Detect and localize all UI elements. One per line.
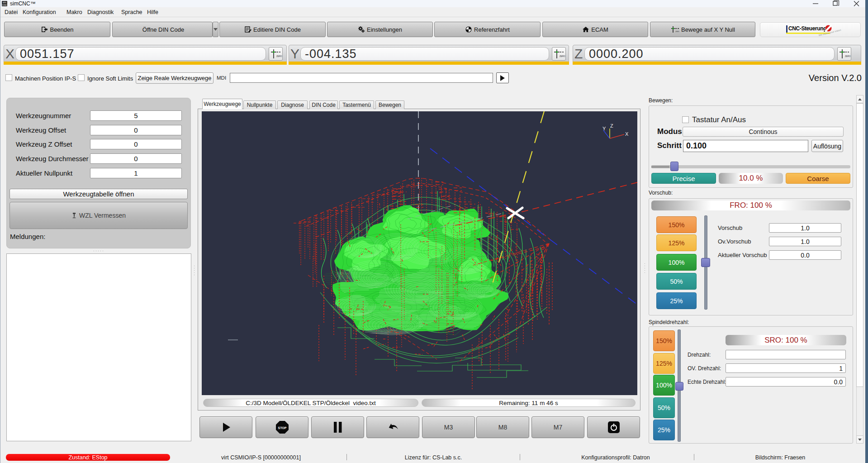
svg-text:ZERO: ZERO (675, 30, 679, 33)
svg-text:Z: Z (610, 123, 613, 129)
svg-text:ZERO: ZERO (276, 55, 282, 57)
svg-text:X: X (625, 131, 629, 137)
svg-text:Y: Y (602, 126, 606, 131)
svg-text:STOP: STOP (278, 426, 286, 430)
svg-text:ZERO: ZERO (845, 55, 851, 57)
svg-text:ZERO: ZERO (560, 55, 565, 57)
